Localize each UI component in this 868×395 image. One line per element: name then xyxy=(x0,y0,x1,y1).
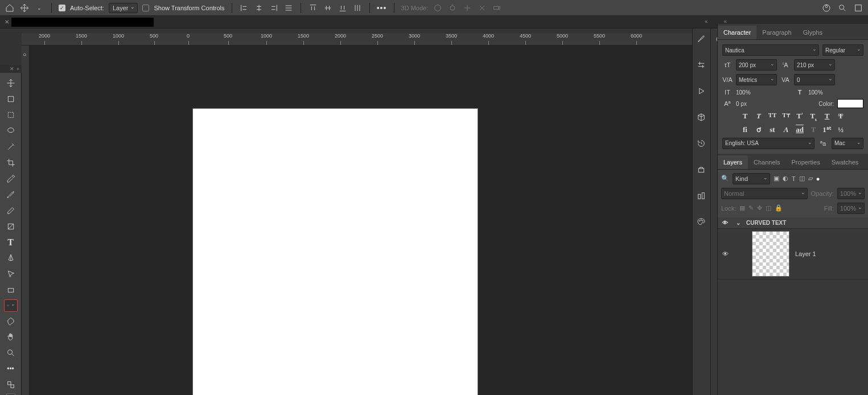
tab-layers[interactable]: Layers xyxy=(718,155,748,169)
type-tool[interactable]: T xyxy=(4,236,18,249)
visibility-toggle-icon[interactable]: 👁 xyxy=(722,250,730,257)
allcaps-button[interactable]: TT xyxy=(767,112,778,122)
toolbar-collapse-strip[interactable]: ✕» xyxy=(0,65,22,73)
more-options-icon[interactable]: ••• xyxy=(377,3,387,13)
layer-name[interactable]: Layer 1 xyxy=(795,250,816,257)
filter-toggle-icon[interactable]: ● xyxy=(816,175,820,182)
gradient-tool[interactable] xyxy=(4,220,18,233)
font-weight-dropdown[interactable]: Regular xyxy=(822,44,863,56)
lock-transparency-icon[interactable]: ▦ xyxy=(739,204,745,212)
info-panel-icon[interactable] xyxy=(697,191,707,201)
ellipse-tool[interactable] xyxy=(4,299,18,312)
text-color-swatch[interactable] xyxy=(837,99,863,108)
pen-tool[interactable] xyxy=(4,252,18,265)
swash-button[interactable]: A xyxy=(781,125,791,134)
filter-type-icon[interactable]: T xyxy=(792,175,796,182)
actions-panel-icon[interactable] xyxy=(697,87,707,97)
hand-tool[interactable] xyxy=(4,330,18,344)
language-dropdown[interactable]: English: USA xyxy=(722,138,814,149)
strikethrough-button[interactable]: T xyxy=(836,112,846,122)
path-select-tool[interactable] xyxy=(4,268,18,281)
align-vcenter-icon[interactable] xyxy=(323,3,333,13)
history-panel-icon[interactable] xyxy=(697,139,707,149)
align-hcenter-icon[interactable] xyxy=(254,3,264,13)
leading-input[interactable]: 210 px xyxy=(794,59,835,71)
search-icon[interactable]: 🔍 xyxy=(721,175,729,182)
auto-select-checkbox[interactable]: ✓ xyxy=(59,5,65,11)
vscale-value[interactable]: 100% xyxy=(736,89,791,96)
lock-pixels-icon[interactable]: ✎ xyxy=(748,204,754,212)
contextual-alt-button[interactable]: ơ xyxy=(754,125,764,134)
align-right-icon[interactable] xyxy=(269,3,279,13)
move-tool-icon[interactable] xyxy=(19,3,30,13)
canvas-area[interactable] xyxy=(30,46,717,395)
rectangle-tool[interactable] xyxy=(4,283,18,297)
align-top-icon[interactable] xyxy=(308,3,318,13)
custom-shape-tool[interactable] xyxy=(4,314,18,328)
move-tool[interactable] xyxy=(4,76,18,90)
antialiasing-dropdown[interactable]: Mac xyxy=(832,138,863,149)
home-icon[interactable] xyxy=(5,3,15,13)
superscript-button[interactable]: T¹ xyxy=(795,112,805,122)
ligatures-button[interactable]: fi xyxy=(740,125,750,134)
horizontal-ruler[interactable]: 2000150010005000500100015002000250030003… xyxy=(22,33,717,46)
filter-adjust-icon[interactable]: ◐ xyxy=(783,175,788,182)
underline-button[interactable]: T xyxy=(822,112,832,122)
tab-character[interactable]: Character xyxy=(718,26,756,39)
eraser-tool[interactable] xyxy=(4,204,18,217)
brush-tool[interactable] xyxy=(4,188,18,201)
filter-pixel-icon[interactable]: ▣ xyxy=(774,175,779,182)
tab-glyphs[interactable]: Glyphs xyxy=(797,26,828,39)
ordinals-button[interactable]: 1ˢᵗ xyxy=(822,125,832,134)
align-bottom-icon[interactable] xyxy=(338,3,348,13)
opacity-input[interactable]: 100% xyxy=(837,188,865,199)
visibility-toggle-icon[interactable]: 👁 xyxy=(722,220,730,226)
smallcaps-button[interactable]: Tᴛ xyxy=(781,112,791,122)
eyedropper-tool[interactable] xyxy=(4,172,18,186)
lasso-tool[interactable] xyxy=(4,124,18,138)
workspace-icon[interactable] xyxy=(853,3,863,13)
vertical-ruler[interactable]: 0 xyxy=(22,46,30,395)
tracking-input[interactable]: 0 xyxy=(794,74,835,85)
brushes-panel-icon[interactable] xyxy=(697,34,707,44)
discretionary-lig-button[interactable]: st xyxy=(767,125,778,134)
lock-artboard-icon[interactable]: ◫ xyxy=(766,204,771,212)
more-tools-icon[interactable]: ••• xyxy=(4,362,18,376)
auto-select-dropdown[interactable]: Layer xyxy=(109,3,138,13)
distribute-h-icon[interactable] xyxy=(283,3,294,13)
fractions-button[interactable]: ½ xyxy=(836,125,846,134)
3d-panel-icon[interactable] xyxy=(697,113,707,123)
faux-bold-button[interactable]: T xyxy=(740,112,750,122)
distribute-v-icon[interactable] xyxy=(352,3,363,13)
edit-toolbar-icon[interactable] xyxy=(4,378,18,392)
tab-paragraph[interactable]: Paragraph xyxy=(756,26,797,39)
faux-italic-button[interactable]: T xyxy=(754,112,764,122)
lock-position-icon[interactable]: ✥ xyxy=(757,204,762,212)
document-tab[interactable] xyxy=(11,18,154,27)
font-family-dropdown[interactable]: Nautica xyxy=(722,44,819,56)
search-icon[interactable] xyxy=(837,3,848,13)
cloud-docs-icon[interactable] xyxy=(821,3,832,13)
color-panel-icon[interactable] xyxy=(697,217,707,228)
fill-input[interactable]: 100% xyxy=(837,203,865,214)
baseline-value[interactable]: 0 px xyxy=(736,101,815,107)
lock-all-icon[interactable]: 🔒 xyxy=(775,204,783,212)
chevron-down-icon[interactable]: ⌄ xyxy=(736,220,741,226)
magic-wand-tool[interactable] xyxy=(4,140,18,154)
artboard-tool[interactable] xyxy=(4,92,18,106)
align-left-icon[interactable] xyxy=(239,3,249,13)
filter-smart-icon[interactable]: ▱ xyxy=(808,175,813,182)
tab-swatches[interactable]: Swatches xyxy=(826,155,865,169)
layer-group-row[interactable]: 👁 ⌄ CURVED TEXT xyxy=(718,217,868,229)
font-size-input[interactable]: 200 px xyxy=(736,59,777,71)
subscript-button[interactable]: T₁ xyxy=(808,112,818,122)
zoom-tool[interactable] xyxy=(4,346,18,360)
filter-shape-icon[interactable]: ◫ xyxy=(799,175,805,182)
blend-mode-dropdown[interactable]: Normal xyxy=(721,188,808,199)
libraries-panel-icon[interactable] xyxy=(697,165,707,175)
hscale-value[interactable]: 100% xyxy=(808,89,863,96)
artboard[interactable] xyxy=(192,108,478,395)
layer-thumbnail[interactable] xyxy=(752,231,789,277)
kerning-dropdown[interactable]: Metrics xyxy=(736,74,777,85)
layer-filter-dropdown[interactable]: Kind xyxy=(733,173,770,184)
